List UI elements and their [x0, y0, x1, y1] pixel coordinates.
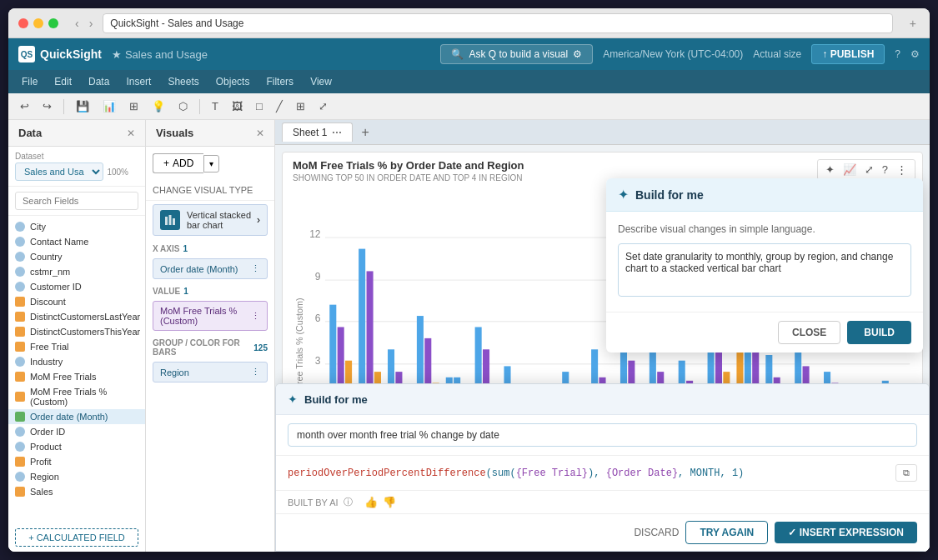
- field-item-industry[interactable]: Industry: [8, 354, 145, 369]
- sheet-area: Sheet 1 ⋯ + ✦ 📈 ⤢ ? ⋮: [275, 120, 930, 552]
- menu-edit[interactable]: Edit: [48, 73, 78, 90]
- maximize-traffic-light[interactable]: [48, 18, 58, 28]
- dialog-header: ✦ Build for me: [606, 178, 923, 212]
- field-label-distinct-last-year: DistinctCustomersLastYear: [30, 312, 140, 322]
- copy-formula-button[interactable]: ⧉: [895, 464, 917, 482]
- menu-sheets[interactable]: Sheets: [161, 73, 205, 90]
- group-field-well[interactable]: Region ⋮: [153, 362, 268, 382]
- field-item-mom-free-trials[interactable]: MoM Free Trials: [8, 369, 145, 384]
- chart-button[interactable]: 📊: [98, 98, 121, 115]
- field-item-mom-custom[interactable]: MoM Free Trials % (Custom): [8, 384, 145, 409]
- discard-button[interactable]: DISCARD: [634, 527, 679, 538]
- field-item-country[interactable]: Country: [8, 249, 145, 264]
- filter-button[interactable]: ⊞: [124, 98, 143, 115]
- visual-format-button[interactable]: ✦: [823, 162, 837, 177]
- field-label-distinct-this-year: DistinctCustomersThisYear: [30, 327, 140, 337]
- expand-button[interactable]: ⤢: [314, 98, 333, 115]
- dataset-select[interactable]: Sales and Usage: [15, 162, 103, 181]
- field-item-free-trial[interactable]: Free Trial: [8, 339, 145, 354]
- visual-expand-button[interactable]: ⤢: [862, 162, 876, 177]
- formula-field-2: {Order Date}: [606, 468, 678, 479]
- header-right: America/New York (UTC-04:00) Actual size…: [603, 44, 920, 64]
- add-visual-dropdown-button[interactable]: ▾: [203, 155, 219, 172]
- x-axis-field-well[interactable]: Order date (Month) ⋮: [153, 258, 268, 279]
- add-visual-button[interactable]: + ADD: [153, 153, 203, 173]
- publish-button[interactable]: ↑ PUBLISH: [811, 44, 885, 64]
- dialog-close-button[interactable]: CLOSE: [778, 321, 840, 344]
- settings-icon[interactable]: ⚙: [910, 48, 920, 60]
- field-item-sales[interactable]: Sales: [8, 484, 145, 499]
- field-icon-mom-custom: [15, 392, 25, 402]
- visual-type-item[interactable]: Vertical stacked bar chart ›: [153, 204, 268, 236]
- sheet-tab-1[interactable]: Sheet 1 ⋯: [282, 122, 353, 142]
- visual-insight-button[interactable]: 📈: [840, 162, 859, 177]
- thumbs-up-button[interactable]: 👍: [364, 496, 378, 508]
- insight-button[interactable]: 💡: [147, 98, 170, 115]
- x-axis-section-label: X AXIS 1: [146, 239, 274, 256]
- shape-button[interactable]: □: [251, 98, 268, 115]
- toolbar-separator-2: [199, 99, 200, 114]
- minimize-traffic-light[interactable]: [33, 18, 43, 28]
- back-button[interactable]: ‹: [72, 15, 83, 32]
- field-item-city[interactable]: City: [8, 219, 145, 234]
- field-icon-country: [15, 252, 25, 262]
- field-item-distinct-last-year[interactable]: DistinctCustomersLastYear: [8, 309, 145, 324]
- add-calculated-field-button[interactable]: + CALCULATED FIELD: [15, 528, 138, 547]
- size-label: Actual size: [753, 48, 801, 60]
- field-icon-contact-name: [15, 237, 25, 247]
- field-item-contact-name[interactable]: Contact Name: [8, 234, 145, 249]
- thumbs-down-button[interactable]: 👎: [383, 496, 396, 508]
- forward-button[interactable]: ›: [86, 15, 97, 32]
- redo-button[interactable]: ↪: [38, 98, 57, 115]
- expression-panel-title: Build for me: [304, 393, 368, 406]
- field-icon-product: [15, 442, 25, 452]
- parameter-button[interactable]: ⬡: [173, 98, 193, 115]
- field-item-order-id[interactable]: Order ID: [8, 424, 145, 439]
- try-again-button[interactable]: TRY AGAIN: [685, 521, 768, 544]
- search-input[interactable]: [15, 192, 138, 210]
- close-traffic-light[interactable]: [18, 18, 28, 28]
- field-item-cstmr-nm[interactable]: cstmr_nm: [8, 264, 145, 279]
- menu-filters[interactable]: Filters: [259, 73, 300, 90]
- field-label-region: Region: [30, 472, 59, 482]
- value-field-well[interactable]: MoM Free Trials % (Custom) ⋮: [153, 301, 268, 331]
- ask-q-button[interactable]: 🔍 Ask Q to build a visual ⚙: [440, 44, 593, 64]
- visuals-panel-close-icon[interactable]: ✕: [256, 128, 264, 139]
- insert-expression-button[interactable]: ✓ INSERT EXPRESSION: [775, 522, 917, 543]
- menu-file[interactable]: File: [15, 73, 44, 90]
- value-section-label: VALUE 1: [146, 282, 274, 298]
- visual-info-button[interactable]: ?: [880, 162, 890, 177]
- field-icon-distinct-this-year: [15, 327, 25, 337]
- field-item-customer-id[interactable]: Customer ID: [8, 279, 145, 294]
- field-icon-customer-id: [15, 282, 25, 292]
- image-button[interactable]: 🖼: [227, 98, 248, 115]
- field-label-customer-id: Customer ID: [30, 282, 82, 292]
- layout-button[interactable]: ⊞: [291, 98, 310, 115]
- field-label-cstmr-nm: cstmr_nm: [30, 267, 70, 277]
- publish-label: PUBLISH: [830, 48, 875, 60]
- field-item-order-date[interactable]: Order date (Month): [8, 409, 145, 424]
- expression-natural-language-input[interactable]: [288, 423, 917, 447]
- menu-view[interactable]: View: [303, 73, 339, 90]
- text-button[interactable]: T: [207, 98, 223, 115]
- chart-container: ✦ 📈 ⤢ ? ⋮ MoM Free Trials % by Order Dat…: [275, 145, 930, 552]
- undo-button[interactable]: ↩: [15, 98, 34, 115]
- dialog-build-button[interactable]: BUILD: [847, 321, 911, 344]
- menu-objects[interactable]: Objects: [209, 73, 257, 90]
- expression-formula-row: periodOverPeriodPercentDifference(sum({F…: [276, 456, 929, 491]
- data-panel-close-icon[interactable]: ✕: [127, 128, 135, 139]
- field-item-product[interactable]: Product: [8, 439, 145, 454]
- field-item-discount[interactable]: Discount: [8, 294, 145, 309]
- help-icon[interactable]: ?: [895, 48, 900, 60]
- new-tab-button[interactable]: +: [906, 15, 920, 32]
- dialog-textarea[interactable]: Set date granularity to monthly, group b…: [618, 243, 911, 297]
- menu-data[interactable]: Data: [82, 73, 116, 90]
- visual-menu-button[interactable]: ⋮: [894, 162, 910, 177]
- field-item-region[interactable]: Region: [8, 469, 145, 484]
- sheet-add-button[interactable]: +: [356, 125, 374, 140]
- field-item-profit[interactable]: Profit: [8, 454, 145, 469]
- menu-insert[interactable]: Insert: [119, 73, 158, 90]
- field-item-distinct-this-year[interactable]: DistinctCustomersThisYear: [8, 324, 145, 339]
- line-button[interactable]: ╱: [271, 98, 288, 115]
- save-button[interactable]: 💾: [71, 98, 94, 115]
